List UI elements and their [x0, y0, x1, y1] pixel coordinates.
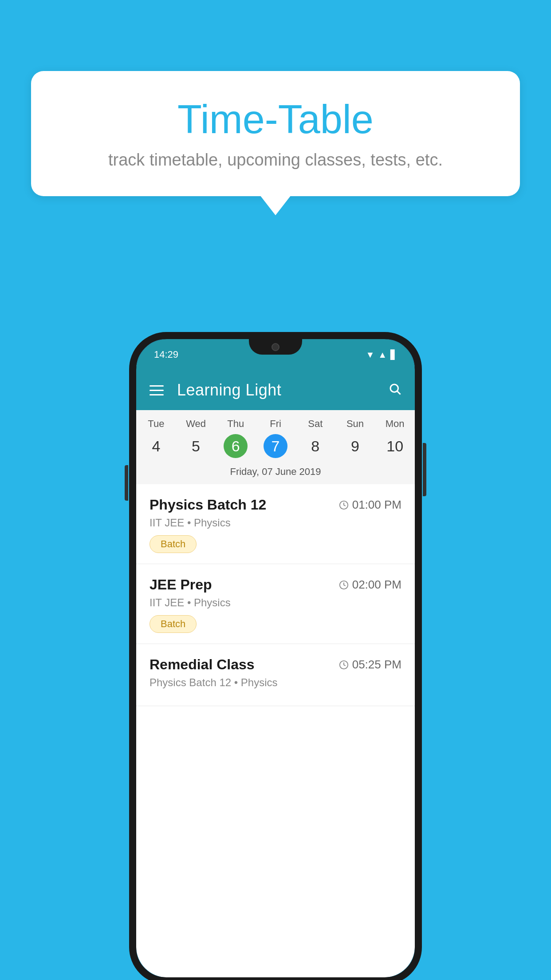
calendar-day-col[interactable]: Thu6 — [216, 418, 256, 458]
day-name: Tue — [136, 418, 176, 430]
day-name: Wed — [176, 418, 216, 430]
schedule-item-header: JEE Prep 02:00 PM — [150, 577, 401, 593]
speech-bubble: Time-Table track timetable, upcoming cla… — [31, 71, 520, 196]
day-number[interactable]: 8 — [303, 434, 327, 458]
speech-bubble-section: Time-Table track timetable, upcoming cla… — [31, 71, 520, 215]
phone-frame: 14:29 ▼ ▲ ▋ Learning Light — [129, 332, 422, 980]
status-time: 14:29 — [154, 349, 178, 360]
calendar-days-header: Tue4Wed5Thu6Fri7Sat8Sun9Mon10 — [136, 410, 415, 462]
day-number[interactable]: 7 — [264, 434, 287, 458]
calendar-day-col[interactable]: Sat8 — [295, 418, 335, 458]
schedule-item[interactable]: JEE Prep 02:00 PMIIT JEE • PhysicsBatch — [136, 564, 415, 644]
calendar-day-col[interactable]: Tue4 — [136, 418, 176, 458]
day-number[interactable]: 4 — [144, 434, 168, 458]
schedule-item[interactable]: Remedial Class 05:25 PMPhysics Batch 12 … — [136, 644, 415, 706]
schedule-item[interactable]: Physics Batch 12 01:00 PMIIT JEE • Physi… — [136, 484, 415, 564]
calendar-section: Tue4Wed5Thu6Fri7Sat8Sun9Mon10 Friday, 07… — [136, 410, 415, 484]
day-name: Thu — [216, 418, 256, 430]
schedule-item-subtitle: IIT JEE • Physics — [150, 517, 401, 529]
calendar-day-col[interactable]: Wed5 — [176, 418, 216, 458]
schedule-item-time: 02:00 PM — [339, 578, 401, 592]
hamburger-line — [150, 385, 164, 387]
schedule-list: Physics Batch 12 01:00 PMIIT JEE • Physi… — [136, 484, 415, 977]
day-number[interactable]: 10 — [383, 434, 407, 458]
status-bar: 14:29 ▼ ▲ ▋ — [136, 339, 415, 370]
bubble-subtitle: track timetable, upcoming classes, tests… — [67, 150, 484, 170]
hamburger-line — [150, 394, 164, 395]
day-name: Sun — [335, 418, 375, 430]
menu-button[interactable] — [150, 385, 164, 395]
calendar-day-col[interactable]: Fri7 — [256, 418, 295, 458]
camera — [272, 343, 279, 351]
day-number[interactable]: 9 — [343, 434, 367, 458]
volume-button — [125, 465, 128, 501]
bubble-title: Time-Table — [67, 98, 484, 142]
batch-tag: Batch — [150, 615, 197, 633]
svg-line-1 — [398, 391, 401, 394]
bubble-tail — [260, 195, 291, 215]
power-button — [423, 443, 426, 496]
phone-inner: 14:29 ▼ ▲ ▋ Learning Light — [136, 339, 415, 977]
schedule-item-subtitle: IIT JEE • Physics — [150, 597, 401, 609]
day-number[interactable]: 6 — [224, 434, 248, 458]
phone-notch — [249, 339, 302, 355]
day-name: Fri — [256, 418, 295, 430]
battery-icon: ▋ — [390, 349, 397, 360]
schedule-item-title: JEE Prep — [150, 577, 212, 593]
hamburger-line — [150, 390, 164, 391]
wifi-icon: ▼ — [366, 350, 374, 360]
day-name: Sat — [295, 418, 335, 430]
app-bar: Learning Light — [136, 370, 415, 410]
search-button[interactable] — [388, 382, 401, 399]
schedule-item-time: 01:00 PM — [339, 498, 401, 512]
selected-date-label: Friday, 07 June 2019 — [136, 462, 415, 484]
schedule-item-time: 05:25 PM — [339, 658, 401, 672]
svg-point-0 — [390, 384, 398, 392]
app-title: Learning Light — [177, 381, 375, 399]
schedule-item-subtitle: Physics Batch 12 • Physics — [150, 676, 401, 689]
schedule-item-header: Physics Batch 12 01:00 PM — [150, 497, 401, 513]
schedule-item-title: Remedial Class — [150, 656, 255, 673]
schedule-item-title: Physics Batch 12 — [150, 497, 266, 513]
status-icons: ▼ ▲ ▋ — [366, 349, 397, 360]
signal-icon: ▲ — [378, 350, 387, 360]
calendar-day-col[interactable]: Mon10 — [375, 418, 415, 458]
calendar-day-col[interactable]: Sun9 — [335, 418, 375, 458]
phone-content: 14:29 ▼ ▲ ▋ Learning Light — [136, 339, 415, 977]
batch-tag: Batch — [150, 535, 197, 553]
day-number[interactable]: 5 — [184, 434, 208, 458]
schedule-item-header: Remedial Class 05:25 PM — [150, 656, 401, 673]
phone-screen: Tue4Wed5Thu6Fri7Sat8Sun9Mon10 Friday, 07… — [136, 410, 415, 977]
day-name: Mon — [375, 418, 415, 430]
